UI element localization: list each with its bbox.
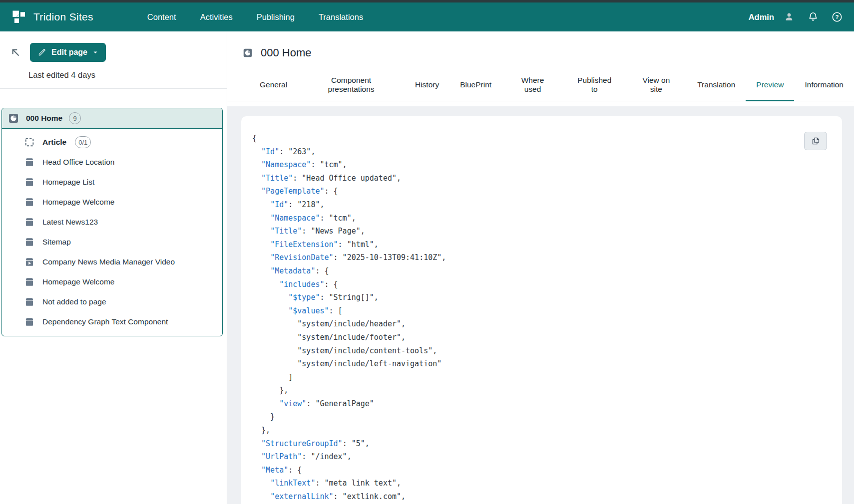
code-line: "Namespace": "tcm", (252, 212, 827, 225)
svg-text:?: ? (835, 14, 839, 20)
tree-item-label: Latest News123 (42, 218, 98, 227)
nav-item-content[interactable]: Content (147, 12, 176, 22)
code-line: "$values": [ (252, 304, 827, 318)
tree-item-not-added-to-page[interactable]: Not added to page (2, 292, 222, 312)
component-icon (24, 197, 35, 208)
component-icon (24, 276, 35, 287)
code-line: "$type": "String[]", (252, 291, 827, 304)
component-icon (24, 316, 35, 327)
tree-item-label: Not added to page (42, 297, 106, 306)
tree-root-item[interactable]: 000 Home 9 (2, 108, 222, 129)
code-line: "system/include/left-navigation" (252, 357, 827, 371)
tree-item-label: Homepage List (42, 178, 94, 187)
code-line: }, (252, 384, 827, 397)
code-line: { (252, 132, 827, 145)
code-line: }, (252, 424, 827, 437)
pencil-icon (37, 48, 46, 57)
app-header: Tridion Sites ContentActivitiesPublishin… (0, 2, 854, 31)
code-line: "Metadata": { (252, 264, 827, 278)
code-line: "StructureGroupId": "5", (252, 437, 827, 451)
tab-translation[interactable]: Translation (687, 70, 746, 101)
code-line: "system/include/header", (252, 317, 827, 331)
collapse-panel-arrow-icon[interactable] (9, 46, 22, 59)
page-icon (242, 47, 253, 58)
json-preview-card: { "Id": "263", "Namespace": "tcm", "Titl… (241, 116, 842, 504)
user-icon[interactable] (783, 11, 795, 23)
brand[interactable]: Tridion Sites (11, 9, 93, 25)
code-line: "RevisionDate": "2025-10-13T09:41:10Z", (252, 251, 827, 264)
code-line: "PageTemplate": { (252, 185, 827, 198)
tree-item-label: Sitemap (42, 238, 71, 247)
tree-item-company-news-media-manager-video[interactable]: Company News Media Manager Video (2, 252, 222, 272)
sidebar-divider (0, 88, 227, 89)
code-line: "externalLink": "extlink.com", (252, 490, 827, 504)
tree-item-latest-news123[interactable]: Latest News123 (2, 212, 222, 232)
code-block: { "Id": "263", "Namespace": "tcm", "Titl… (252, 132, 827, 504)
code-line: "Meta": { (252, 464, 827, 477)
tab-general[interactable]: General (249, 70, 298, 101)
code-line: "view": "GeneralPage" (252, 397, 827, 411)
tab-information[interactable]: Information (794, 70, 854, 101)
tree-item-label: Homepage Welcome (42, 198, 114, 207)
nav-item-activities[interactable]: Activities (200, 12, 233, 22)
main-nav: ContentActivitiesPublishingTranslations (147, 12, 363, 22)
code-line: "Id": "218", (252, 198, 827, 212)
code-line: "Namespace": "tcm", (252, 158, 827, 172)
tree-root-count-badge: 9 (69, 112, 81, 124)
nav-item-publishing[interactable]: Publishing (257, 12, 295, 22)
tree-item-homepage-welcome[interactable]: Homepage Welcome (2, 272, 222, 292)
code-line: "UrlPath": "/index", (252, 450, 827, 464)
nav-item-translations[interactable]: Translations (319, 12, 363, 22)
media-video-icon (24, 256, 35, 267)
code-line: "FileExtension": "html", (252, 238, 827, 252)
component-icon (24, 177, 35, 188)
brand-title: Tridion Sites (33, 11, 93, 23)
tree-item-count-badge: 0/1 (75, 136, 91, 148)
code-line: "linkText": "meta link text", (252, 477, 827, 490)
copy-button[interactable] (804, 132, 827, 150)
code-line: "system/include/content-tools", (252, 344, 827, 358)
tab-where-used[interactable]: Where used (502, 70, 563, 101)
header-right: Admin ? (749, 11, 843, 23)
tree-item-head-office-location[interactable]: Head Office Location (2, 152, 222, 172)
edit-page-button[interactable]: Edit page (30, 43, 106, 62)
tree-item-sitemap[interactable]: Sitemap (2, 232, 222, 252)
main-panel: 000 Home GeneralComponent presentationsH… (227, 31, 854, 504)
tab-published-to[interactable]: Published to (563, 70, 626, 101)
page-structure-tree: 000 Home 9 Article0/1Head Office Locatio… (1, 108, 223, 336)
tree-items: Article0/1Head Office LocationHomepage L… (2, 129, 222, 336)
preview-content: { "Id": "263", "Namespace": "tcm", "Titl… (227, 106, 854, 504)
tridion-logo-icon (11, 9, 27, 25)
tree-item-dependency-graph-text-component[interactable]: Dependency Graph Text Component (2, 312, 222, 332)
tree-item-label: Company News Media Manager Video (42, 257, 175, 266)
help-icon[interactable]: ? (831, 11, 843, 23)
tree-item-homepage-list[interactable]: Homepage List (2, 172, 222, 192)
page-title-row: 000 Home (242, 46, 854, 59)
code-line: "includes": { (252, 278, 827, 291)
sidebar: Edit page Last edited 4 days 000 Home 9 … (0, 31, 227, 504)
region-icon (24, 137, 35, 148)
page-title: 000 Home (261, 46, 312, 59)
tree-item-article[interactable]: Article0/1 (2, 132, 222, 152)
tree-item-homepage-welcome[interactable]: Homepage Welcome (2, 192, 222, 212)
tree-root-label: 000 Home (26, 114, 62, 123)
tab-preview[interactable]: Preview (746, 70, 794, 101)
component-icon (24, 217, 35, 228)
page-icon (7, 112, 19, 124)
notifications-bell-icon[interactable] (807, 11, 819, 23)
tree-item-label: Dependency Graph Text Component (42, 317, 168, 326)
tab-history[interactable]: History (405, 70, 449, 101)
last-edited-text: Last edited 4 days (28, 70, 227, 80)
tab-component-presentations[interactable]: Component presentations (298, 70, 405, 101)
code-line: "Id": "263", (252, 145, 827, 159)
copy-icon (811, 136, 821, 146)
component-icon (24, 237, 35, 248)
code-line: "system/include/footer", (252, 331, 827, 344)
tree-item-label: Homepage Welcome (42, 277, 114, 286)
code-line: "Title": "News Page", (252, 225, 827, 238)
tab-view-on-site[interactable]: View on site (626, 70, 687, 101)
tab-blueprint[interactable]: BluePrint (449, 70, 502, 101)
code-line: "Title": "Head Office updated", (252, 172, 827, 185)
admin-menu[interactable]: Admin (749, 12, 774, 22)
code-line: } (252, 410, 827, 424)
